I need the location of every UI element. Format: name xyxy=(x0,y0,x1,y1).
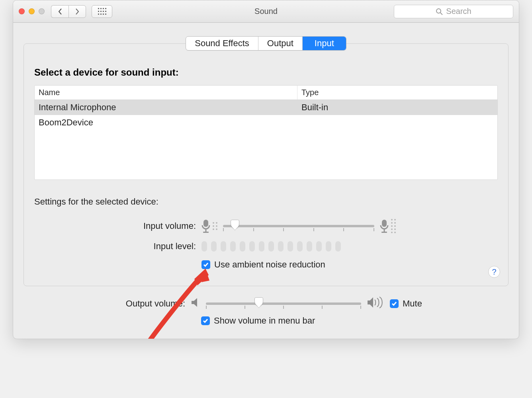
col-name-header[interactable]: Name xyxy=(35,86,297,100)
tab-input[interactable]: Input xyxy=(303,37,346,50)
show-volume-menubar-row: Show volume in menu bar xyxy=(23,314,509,329)
help-button[interactable]: ? xyxy=(488,266,500,278)
svg-rect-5 xyxy=(100,11,102,12)
svg-rect-1 xyxy=(100,8,102,9)
checkbox-checked-icon xyxy=(201,316,210,325)
ambient-noise-row: Use ambient noise reduction xyxy=(34,257,498,275)
speaker-high-icon xyxy=(367,297,384,311)
window-titlebar: Sound Search xyxy=(13,0,519,23)
show-volume-menubar-checkbox[interactable]: Show volume in menu bar xyxy=(201,316,315,326)
sound-tabs: Sound Effects Output Input xyxy=(186,36,346,51)
output-volume-row: Output volume: xyxy=(23,295,509,314)
checkbox-checked-icon xyxy=(390,299,399,308)
svg-rect-4 xyxy=(98,11,99,12)
input-volume-label: Input volume: xyxy=(34,221,201,231)
output-volume-label: Output volume: xyxy=(23,298,191,309)
mute-label: Mute xyxy=(403,298,422,309)
zoom-window-button[interactable] xyxy=(39,8,45,14)
svg-rect-9 xyxy=(100,14,102,15)
show-volume-menubar-label: Show volume in menu bar xyxy=(214,316,315,326)
mic-low-icon xyxy=(201,219,217,233)
svg-rect-15 xyxy=(205,229,207,232)
preferences-body: Sound Effects Output Input Select a devi… xyxy=(13,23,519,339)
output-volume-section: Output volume: xyxy=(23,295,509,329)
input-level-row: Input level: xyxy=(34,239,498,257)
sound-preferences-window: Sound Search Sound Effects Output Input … xyxy=(13,0,519,339)
input-volume-control xyxy=(201,219,498,233)
input-panel: Select a device for sound input: Name Ty… xyxy=(23,43,509,286)
svg-rect-8 xyxy=(98,14,99,15)
svg-rect-7 xyxy=(105,11,106,12)
device-row[interactable]: Boom2Device xyxy=(35,115,497,130)
search-icon xyxy=(436,8,443,15)
grid-apps-button[interactable] xyxy=(92,5,112,18)
speaker-low-icon xyxy=(191,297,200,310)
ambient-noise-checkbox[interactable]: Use ambient noise reduction xyxy=(201,259,325,270)
svg-rect-19 xyxy=(381,232,387,233)
device-name: Boom2Device xyxy=(35,115,297,130)
settings-heading: Settings for the selected device: xyxy=(34,197,498,207)
device-type: Built-in xyxy=(297,100,497,115)
svg-rect-6 xyxy=(103,11,104,12)
back-button[interactable] xyxy=(51,5,68,18)
col-type-header[interactable]: Type xyxy=(297,86,497,100)
close-window-button[interactable] xyxy=(19,8,25,14)
table-header: Name Type xyxy=(35,86,497,100)
tab-output[interactable]: Output xyxy=(258,37,303,50)
mic-high-icon xyxy=(380,219,396,233)
svg-rect-16 xyxy=(203,232,209,233)
svg-rect-17 xyxy=(382,220,387,227)
device-name: Internal Microphone xyxy=(35,100,297,115)
checkbox-checked-icon xyxy=(201,260,210,269)
select-device-heading: Select a device for sound input: xyxy=(34,67,498,78)
forward-button[interactable] xyxy=(68,5,86,18)
grid-icon xyxy=(98,8,106,16)
device-row[interactable]: Internal Microphone Built-in xyxy=(35,100,497,115)
svg-rect-14 xyxy=(203,220,208,227)
input-volume-slider[interactable] xyxy=(223,219,374,233)
input-level-meter xyxy=(201,241,341,252)
svg-rect-3 xyxy=(105,8,106,9)
search-placeholder: Search xyxy=(446,7,471,16)
svg-line-13 xyxy=(440,13,442,15)
svg-rect-0 xyxy=(98,8,99,9)
input-device-table: Name Type Internal Microphone Built-in B… xyxy=(34,85,498,180)
svg-rect-10 xyxy=(103,14,104,15)
input-volume-row: Input volume: xyxy=(34,217,498,239)
output-volume-slider[interactable] xyxy=(206,297,361,311)
minimize-window-button[interactable] xyxy=(29,8,35,14)
svg-rect-18 xyxy=(384,229,385,232)
svg-rect-2 xyxy=(103,8,104,9)
chevron-right-icon xyxy=(74,8,80,15)
search-field[interactable]: Search xyxy=(394,5,513,18)
device-type xyxy=(297,115,497,130)
window-controls xyxy=(19,8,45,14)
chevron-left-icon xyxy=(57,8,63,15)
ambient-noise-label: Use ambient noise reduction xyxy=(214,259,325,270)
nav-segment xyxy=(51,5,86,18)
svg-point-12 xyxy=(436,9,441,13)
svg-rect-11 xyxy=(105,14,106,15)
mute-checkbox[interactable]: Mute xyxy=(390,298,422,309)
tab-sound-effects[interactable]: Sound Effects xyxy=(186,37,258,50)
input-level-label: Input level: xyxy=(34,241,201,252)
